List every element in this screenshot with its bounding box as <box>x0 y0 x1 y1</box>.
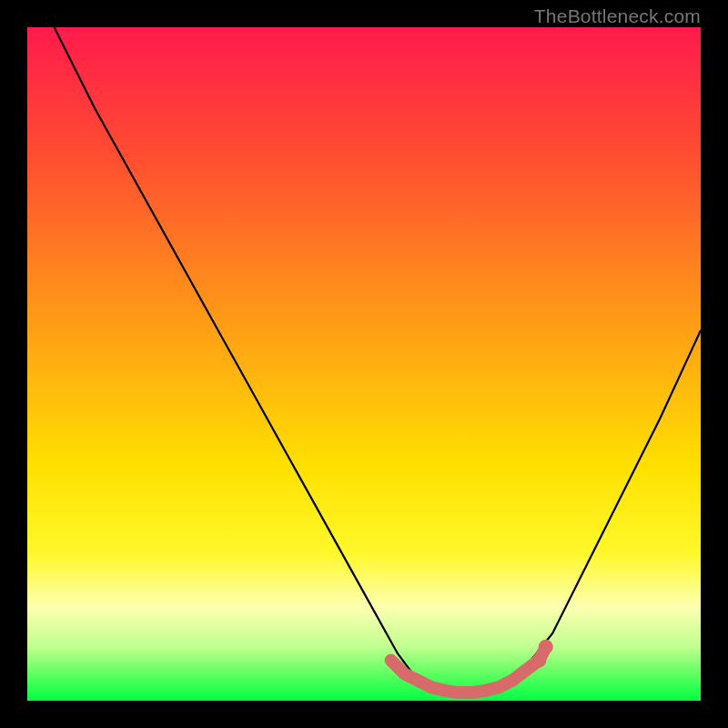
watermark-text: TheBottleneck.com <box>534 5 701 27</box>
series-group <box>55 27 701 694</box>
valley-dot-icon <box>539 640 553 654</box>
valley-dot-icon <box>531 653 546 668</box>
bottleneck-curve-line <box>55 27 701 694</box>
outer-frame: TheBottleneck.com <box>0 0 728 728</box>
chart-svg <box>27 27 701 701</box>
valley-highlight-line <box>391 647 546 693</box>
